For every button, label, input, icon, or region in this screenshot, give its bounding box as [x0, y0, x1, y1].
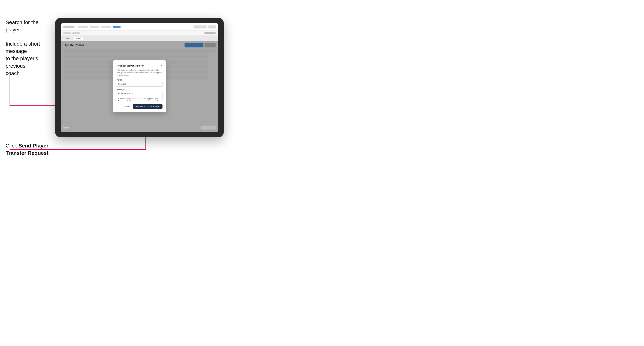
modal-dialog: Request player transfer ✕ If the player … — [113, 60, 166, 112]
message-textarea[interactable]: Hi Coach McHarg, Please accept this tran… — [117, 91, 162, 101]
tab-2: Roster — [74, 37, 83, 40]
app-logo — [63, 26, 74, 28]
modal-description: If the player is transferring from anoth… — [117, 69, 162, 77]
player-field-label: Player — [117, 79, 162, 81]
app-nav — [78, 26, 190, 28]
annotation-search-text: Search for the player. — [6, 19, 54, 33]
sub-nav-item — [63, 32, 71, 34]
main-area: Update Roster — [61, 41, 218, 132]
tablet-device: Roster Roster Update Roster — [55, 18, 224, 137]
tablet-screen: Roster Roster Update Roster — [61, 23, 218, 132]
bottom-text — [63, 127, 69, 128]
modal-overlay: Request player transfer ✕ If the player … — [61, 41, 218, 132]
header-btn — [194, 25, 207, 28]
header-btn — [208, 25, 216, 28]
nav-item — [78, 26, 88, 28]
close-icon[interactable]: ✕ — [160, 64, 162, 67]
tab-1: Roster — [63, 37, 73, 40]
annotation-message-text: Include a short messageto the player's p… — [6, 40, 52, 77]
sub-nav-right — [204, 32, 216, 34]
nav-item-active — [113, 26, 120, 28]
message-field-label: Message — [117, 88, 162, 90]
modal-title: Request player transfer — [117, 64, 144, 67]
annotation-click-text: Click Send PlayerTransfer Request — [6, 142, 54, 157]
send-transfer-request-button[interactable]: Send Player Transfer Request — [133, 104, 162, 109]
nav-item — [90, 26, 99, 28]
header-right — [194, 25, 216, 28]
app-tabs: Roster Roster — [61, 36, 218, 41]
sub-nav-item — [72, 32, 80, 34]
nav-item — [102, 26, 111, 28]
app-header — [61, 23, 218, 30]
content-bottom — [63, 126, 216, 130]
modal-header: Request player transfer ✕ — [117, 64, 162, 67]
cancel-button[interactable]: Cancel — [122, 105, 131, 108]
modal-footer: Cancel Send Player Transfer Request — [117, 104, 162, 109]
app-subheader — [61, 30, 218, 36]
player-input[interactable] — [117, 82, 162, 87]
bottom-btn — [201, 126, 216, 130]
